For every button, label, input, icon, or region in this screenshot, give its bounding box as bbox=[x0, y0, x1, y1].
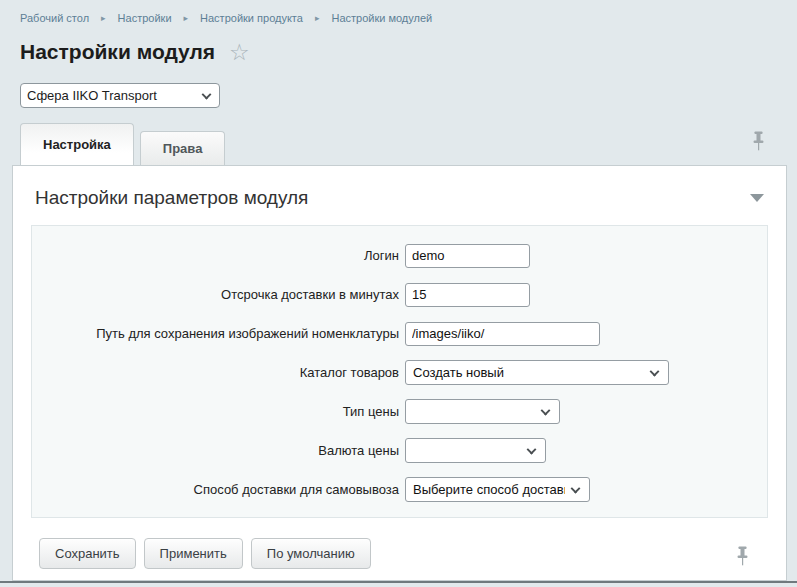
tab-settings[interactable]: Настройка bbox=[20, 123, 134, 165]
field-input-delivery-delay-minutes[interactable] bbox=[405, 283, 530, 307]
select-value: Создать новый bbox=[413, 365, 504, 380]
form-row: Логин bbox=[32, 236, 767, 275]
form-panel: ЛогинОтсрочка доставки в минутахПуть для… bbox=[31, 225, 768, 518]
default-button[interactable]: По умолчанию bbox=[251, 538, 371, 569]
page-title: Настройки модуля bbox=[20, 40, 215, 64]
field-input-login[interactable] bbox=[405, 244, 530, 268]
pin-icon-bottom[interactable] bbox=[734, 546, 751, 567]
apply-button[interactable]: Применить bbox=[144, 538, 243, 569]
form-row: Валюта цены bbox=[32, 431, 767, 470]
chevron-down-icon bbox=[650, 366, 660, 376]
section-header: Настройки параметров модуля bbox=[13, 166, 786, 225]
breadcrumb-separator-icon: ▸ bbox=[184, 13, 189, 23]
field-input-nomenclature-images-path[interactable] bbox=[405, 322, 600, 346]
form-row: Путь для сохранения изображений номенкла… bbox=[32, 314, 767, 353]
field-label-login: Логин bbox=[32, 248, 405, 263]
breadcrumb-link[interactable]: Настройки модулей bbox=[331, 12, 432, 24]
field-label-nomenclature-images-path: Путь для сохранения изображений номенкла… bbox=[32, 326, 405, 341]
breadcrumb-link[interactable]: Рабочий стол bbox=[20, 12, 89, 24]
form-row: Тип цены bbox=[32, 392, 767, 431]
breadcrumb-link[interactable]: Настройки bbox=[118, 12, 172, 24]
form-rows: ЛогинОтсрочка доставки в минутахПуть для… bbox=[32, 236, 767, 509]
tabs: Настройка Права bbox=[20, 123, 797, 165]
button-bar: Сохранить Применить По умолчанию bbox=[13, 526, 786, 580]
content-panel: Настройки параметров модуля ЛогинОтсрочк… bbox=[12, 165, 787, 581]
field-select-pickup-delivery-method[interactable]: Выберите способ доставки bbox=[405, 477, 590, 502]
form-row: Каталог товаровСоздать новый bbox=[32, 353, 767, 392]
pin-icon-top[interactable] bbox=[750, 131, 767, 152]
tab-rights-label: Права bbox=[163, 141, 203, 156]
form-row: Отсрочка доставки в минутах bbox=[32, 275, 767, 314]
tab-rights[interactable]: Права bbox=[140, 131, 226, 165]
field-label-delivery-delay-minutes: Отсрочка доставки в минутах bbox=[32, 287, 405, 302]
favorite-star-icon[interactable]: ☆ bbox=[229, 41, 250, 64]
module-select[interactable]: Сфера IIKO Transport bbox=[20, 83, 220, 108]
field-label-price-currency: Валюта цены bbox=[32, 443, 405, 458]
tab-settings-label: Настройка bbox=[43, 137, 111, 152]
select-value: Выберите способ доставки bbox=[413, 482, 565, 497]
chevron-down-icon bbox=[527, 444, 537, 454]
chevron-down-icon bbox=[571, 483, 581, 493]
title-row: Настройки модуля ☆ bbox=[20, 40, 250, 64]
save-button[interactable]: Сохранить bbox=[39, 538, 136, 569]
field-select-price-currency[interactable] bbox=[405, 438, 546, 463]
field-label-product-catalog: Каталог товаров bbox=[32, 365, 405, 380]
section-title: Настройки параметров модуля bbox=[35, 187, 764, 209]
breadcrumb-separator-icon: ▸ bbox=[315, 13, 320, 23]
field-select-price-type[interactable] bbox=[405, 399, 560, 424]
field-label-price-type: Тип цены bbox=[32, 404, 405, 419]
field-select-product-catalog[interactable]: Создать новый bbox=[405, 360, 669, 385]
module-select-wrap: Сфера IIKO Transport bbox=[20, 83, 220, 108]
chevron-down-icon bbox=[541, 405, 551, 415]
breadcrumb: Рабочий стол▸Настройки▸Настройки продукт… bbox=[20, 12, 432, 24]
breadcrumb-separator-icon: ▸ bbox=[101, 13, 106, 23]
window-bottom-edge bbox=[0, 581, 797, 583]
form-row: Способ доставки для самовывозаВыберите с… bbox=[32, 470, 767, 509]
collapse-arrow-icon[interactable] bbox=[750, 194, 764, 202]
field-label-pickup-delivery-method: Способ доставки для самовывоза bbox=[32, 482, 405, 497]
breadcrumb-link[interactable]: Настройки продукта bbox=[200, 12, 303, 24]
